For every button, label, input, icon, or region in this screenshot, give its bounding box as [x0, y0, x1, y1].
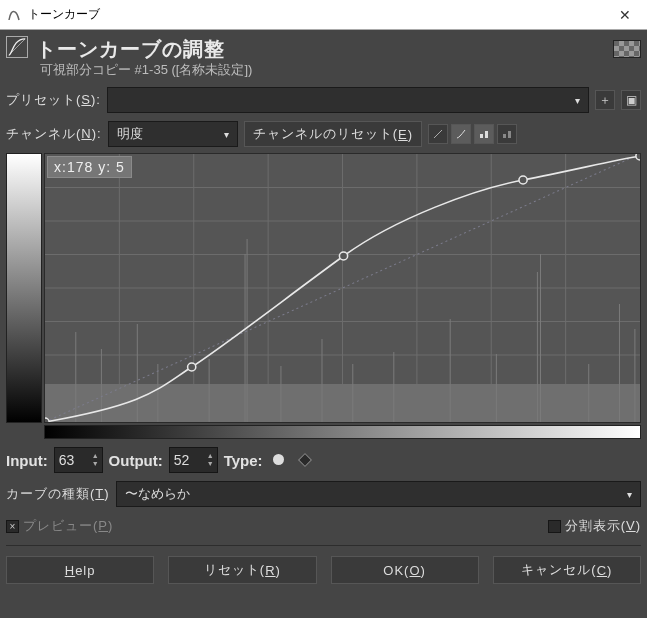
svg-rect-1: [485, 131, 488, 138]
spin-up-icon[interactable]: ▲: [204, 452, 217, 460]
channel-label: チャンネル(N):: [6, 125, 102, 143]
point-type-smooth[interactable]: [269, 453, 288, 468]
close-button[interactable]: ✕: [602, 0, 647, 30]
ok-button[interactable]: OK(O): [331, 556, 479, 584]
preview-label: プレビュー(P): [23, 517, 113, 535]
preset-add-button[interactable]: ＋: [595, 90, 615, 110]
output-label: Output:: [109, 452, 163, 469]
point-type-corner[interactable]: [294, 453, 316, 468]
cursor-coords: x:178 y: 5: [47, 156, 132, 178]
svg-rect-0: [480, 134, 483, 138]
input-gradient: [44, 425, 641, 439]
curves-icon: [6, 36, 28, 58]
curvetype-combo[interactable]: 〜なめらか ▾: [116, 481, 641, 507]
dialog-subtitle: 可視部分コピー #1-35 ([名称未設定]): [40, 61, 252, 79]
preset-combo[interactable]: ▾: [107, 87, 589, 113]
curvetype-label: カーブの種類(T): [6, 485, 110, 503]
type-label: Type:: [224, 452, 263, 469]
spin-up-icon[interactable]: ▲: [89, 452, 102, 460]
output-value[interactable]: [170, 452, 204, 468]
app-icon: [6, 7, 22, 23]
help-button[interactable]: Help: [6, 556, 154, 584]
svg-rect-2: [503, 134, 506, 138]
chevron-down-icon: ▾: [623, 489, 636, 500]
io-row: Input: ▲▼ Output: ▲▼ Type:: [6, 447, 641, 473]
channel-value: 明度: [113, 125, 220, 143]
curvetype-value: 〜なめらか: [121, 485, 623, 503]
options-row: × プレビュー(P) 分割表示(V): [6, 517, 641, 535]
preset-remove-button[interactable]: ▣: [621, 90, 641, 110]
dialog-header: トーンカーブの調整 可視部分コピー #1-35 ([名称未設定]): [6, 36, 641, 79]
curvetype-row: カーブの種類(T) 〜なめらか ▾: [6, 481, 641, 507]
action-buttons: Help リセット(R) OK(O) キャンセル(C): [6, 556, 641, 588]
svg-point-42: [636, 154, 640, 160]
reset-button[interactable]: リセット(R): [168, 556, 316, 584]
svg-point-41: [519, 176, 527, 184]
yaxis-log-toggle[interactable]: [497, 124, 517, 144]
channel-row: チャンネル(N): 明度 ▾ チャンネルのリセット(E): [6, 121, 641, 147]
splitview-label: 分割表示(V): [565, 517, 641, 535]
preset-row: プリセット(S): ▾ ＋ ▣: [6, 87, 641, 113]
output-gradient: [6, 153, 42, 423]
dialog-title: トーンカーブの調整: [36, 36, 252, 63]
svg-point-39: [188, 363, 196, 371]
output-spin[interactable]: ▲▼: [169, 447, 218, 473]
input-spin[interactable]: ▲▼: [54, 447, 103, 473]
svg-rect-18: [45, 384, 640, 422]
preset-label: プリセット(S):: [6, 91, 101, 109]
xaxis-log-toggle[interactable]: [451, 124, 471, 144]
curve-canvas[interactable]: x:178 y: 5: [44, 153, 641, 423]
reset-channel-button[interactable]: チャンネルのリセット(E): [244, 121, 422, 147]
yaxis-linear-toggle[interactable]: [474, 124, 494, 144]
spin-down-icon[interactable]: ▼: [204, 460, 217, 468]
layer-thumbnail: [613, 40, 641, 58]
titlebar: トーンカーブ ✕: [0, 0, 647, 30]
svg-rect-3: [508, 131, 511, 138]
xaxis-linear-toggle[interactable]: [428, 124, 448, 144]
window-title: トーンカーブ: [28, 6, 602, 23]
chevron-down-icon: ▾: [571, 95, 584, 106]
spin-down-icon[interactable]: ▼: [89, 460, 102, 468]
input-label: Input:: [6, 452, 48, 469]
input-value[interactable]: [55, 452, 89, 468]
axis-scale-toggles: [428, 124, 517, 144]
splitview-checkbox[interactable]: [548, 520, 561, 533]
curve-editor: x:178 y: 5: [6, 153, 641, 423]
chevron-down-icon: ▾: [220, 129, 233, 140]
cancel-button[interactable]: キャンセル(C): [493, 556, 641, 584]
channel-combo[interactable]: 明度 ▾: [108, 121, 238, 147]
svg-point-40: [339, 252, 347, 260]
preview-checkbox[interactable]: ×: [6, 520, 19, 533]
